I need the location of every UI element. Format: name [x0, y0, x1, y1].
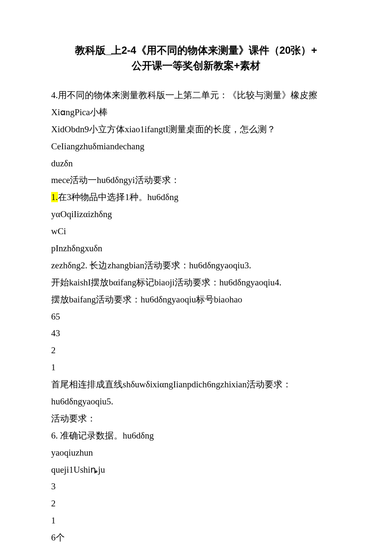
- body-line: 6. 准确记录数据。hu6dδng: [51, 427, 341, 445]
- body-line: zezhδng2. 长边zhangbian活动要求：hu6dδngyaoqiu3…: [51, 257, 341, 274]
- body-line: XiɑngPica小棒: [51, 104, 341, 121]
- body-line: 摆放baifang活动要求：hu6dδngyaoqiu标号biaohao: [51, 291, 341, 308]
- body-line: wCi: [51, 223, 341, 240]
- body-line: 65: [51, 308, 341, 325]
- body-line: 活动要求：: [51, 410, 341, 427]
- body-line: duzδn: [51, 155, 341, 172]
- body-line: 1.在3种物品中选择1种。hu6dδng: [51, 189, 341, 206]
- document-title: 教科版_上2-4《用不同的物体来测量》课件（20张）+ 公开课一等奖创新教案+素…: [51, 43, 341, 73]
- body-line: 1: [51, 512, 341, 529]
- body-line: yaoqiuzhun: [51, 445, 341, 462]
- title-line-2: 公开课一等奖创新教案+素材: [51, 58, 341, 73]
- body-line: XidObdn9小立方体xiao1ifangtI测量桌面的长度，怎么测？: [51, 121, 341, 138]
- title-line-1: 教科版_上2-4《用不同的物体来测量》课件（20张）+: [51, 43, 341, 58]
- body-line: 3: [51, 478, 341, 495]
- body-line: 首尾相连排成直线shδuwδixiαngIianpdich6ngzhixian活…: [51, 376, 341, 393]
- body-line: 4.用不同的物体来测量教科版一上第二单元：《比较与测量》橡皮擦: [51, 87, 341, 104]
- body-line: 6个: [51, 529, 341, 546]
- highlighted-text: 1.: [51, 192, 58, 202]
- body-line: 1: [51, 359, 341, 376]
- body-line: pInzhδngxuδn: [51, 240, 341, 257]
- document-body: 4.用不同的物体来测量教科版一上第二单元：《比较与测量》橡皮擦 XiɑngPic…: [51, 87, 341, 546]
- body-line: 43: [51, 325, 341, 342]
- body-line: 开始kaishI摆放bαifang标记biaoji活动要求：hu6dδngyao…: [51, 274, 341, 291]
- body-line: CeIiangzhuδmiandechang: [51, 138, 341, 155]
- body-line: 2: [51, 342, 341, 359]
- body-text: 在3种物品中选择1种。hu6dδng: [58, 192, 179, 202]
- body-line: yαOqiIizαizhδng: [51, 206, 341, 223]
- body-line: mece活动一hu6dδngyi活动要求：: [51, 172, 341, 189]
- body-line: queji1Ushiȵju: [51, 462, 341, 479]
- body-line: hu6dδngyaoqiu5.: [51, 393, 341, 410]
- body-line: 2: [51, 495, 341, 512]
